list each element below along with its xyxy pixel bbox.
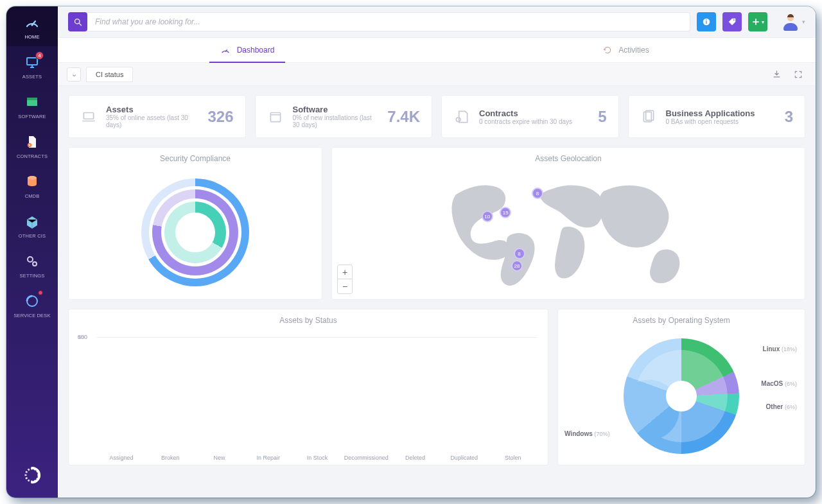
map-svg bbox=[340, 171, 797, 291]
plus-icon bbox=[751, 17, 760, 26]
card-subtitle: 35% of online assets (last 30 days) bbox=[106, 114, 198, 128]
document-icon bbox=[24, 134, 40, 150]
legend-windows: Windows (70%) bbox=[564, 430, 610, 437]
sidebar-item-cmdb[interactable]: CMDB bbox=[6, 166, 58, 205]
svg-point-8 bbox=[28, 257, 33, 262]
main: i ▾ ▾ Dashboard Activities ⌄ CI status bbox=[58, 6, 816, 498]
card-contracts[interactable]: Contracts0 contracts expire within 30 da… bbox=[441, 95, 619, 138]
svg-point-18 bbox=[456, 117, 460, 122]
download-button[interactable] bbox=[768, 67, 785, 82]
sidebar-item-label: SETTINGS bbox=[6, 273, 58, 279]
history-icon bbox=[603, 46, 612, 55]
sidebar-item-label: SOFTWARE bbox=[6, 114, 58, 119]
card-subtitle: 0 contracts expire within 30 days bbox=[479, 118, 589, 125]
panel-assets-by-os: Assets by Operating System Linux (18%) M… bbox=[557, 309, 805, 465]
pie-chart bbox=[624, 338, 739, 454]
kpi-cards: Assets35% of online assets (last 30 days… bbox=[68, 95, 805, 138]
sidebar-item-label: SERVICE DESK bbox=[6, 313, 58, 318]
card-title: Business Applications bbox=[666, 109, 776, 118]
expand-icon bbox=[794, 70, 803, 79]
svg-point-5 bbox=[29, 144, 30, 146]
panel-title: Assets Geolocation bbox=[332, 148, 805, 166]
gauge-icon bbox=[220, 45, 231, 55]
sidebar-item-other-cis[interactable]: OTHER CIs bbox=[6, 205, 58, 245]
sidebar-item-label: OTHER CIs bbox=[6, 233, 58, 239]
svg-rect-3 bbox=[27, 98, 37, 100]
documents-icon bbox=[640, 109, 657, 125]
card-value: 7.4K bbox=[387, 108, 420, 126]
laptop-icon bbox=[80, 109, 97, 125]
card-value: 326 bbox=[207, 108, 233, 126]
world-map[interactable]: 8 10 15 8 28 bbox=[340, 171, 797, 291]
download-icon bbox=[772, 69, 782, 79]
search-button[interactable] bbox=[68, 12, 87, 31]
badge-dot bbox=[38, 290, 43, 295]
avatar-icon bbox=[782, 13, 800, 31]
badge: 4 bbox=[35, 51, 44, 60]
search-wrap bbox=[68, 12, 690, 31]
search-input[interactable] bbox=[87, 12, 690, 31]
sidebar-item-contracts[interactable]: CONTRACTS bbox=[6, 126, 58, 166]
zoom-in-button[interactable]: + bbox=[338, 265, 352, 279]
add-button[interactable]: ▾ bbox=[748, 12, 767, 31]
svg-point-0 bbox=[31, 24, 33, 26]
box-icon bbox=[24, 214, 40, 229]
brand-icon bbox=[22, 465, 42, 485]
map-pin[interactable]: 28 bbox=[511, 260, 523, 272]
card-assets[interactable]: Assets35% of online assets (last 30 days… bbox=[68, 95, 246, 138]
svg-rect-16 bbox=[83, 112, 93, 119]
sidebar-item-home[interactable]: HOME bbox=[6, 6, 58, 46]
tab-dashboard[interactable]: Dashboard bbox=[58, 38, 437, 63]
package-icon bbox=[267, 109, 284, 125]
tab-activities[interactable]: Activities bbox=[437, 38, 816, 63]
sidebar-item-settings[interactable]: SETTINGS bbox=[6, 245, 58, 285]
map-pin[interactable]: 8 bbox=[514, 248, 525, 259]
map-pin[interactable]: 10 bbox=[482, 211, 493, 222]
info-button[interactable]: i bbox=[697, 12, 716, 31]
tag-button[interactable] bbox=[722, 12, 742, 31]
subbar: ⌄ CI status bbox=[58, 63, 816, 86]
svg-rect-1 bbox=[27, 58, 37, 65]
sidebar-item-assets[interactable]: 4 ASSETS bbox=[6, 46, 58, 86]
minus-icon: − bbox=[342, 281, 347, 291]
tabs: Dashboard Activities bbox=[58, 37, 816, 63]
legend-other: Other (6%) bbox=[766, 403, 797, 410]
panel-geolocation: Assets Geolocation bbox=[331, 147, 805, 300]
chevron-down-icon: ⌄ bbox=[71, 70, 77, 78]
card-software[interactable]: Software0% of new installations (last 30… bbox=[255, 95, 433, 138]
card-title: Software bbox=[293, 105, 379, 114]
svg-point-9 bbox=[33, 262, 37, 266]
view-chip[interactable]: CI status bbox=[86, 67, 133, 82]
sidebar-item-software[interactable]: SOFTWARE bbox=[6, 86, 58, 126]
legend-linux: Linux (18%) bbox=[763, 345, 797, 352]
panel-assets-by-status: Assets by Status 050100150 1691063562 As… bbox=[68, 309, 548, 465]
tab-label: Dashboard bbox=[237, 46, 275, 55]
card-title: Assets bbox=[106, 105, 198, 114]
user-menu[interactable]: ▾ bbox=[774, 13, 805, 31]
legend-macos: MacOS (6%) bbox=[761, 380, 797, 387]
card-subtitle: 0% of new installations (last 30 days) bbox=[293, 114, 379, 128]
chevron-down-icon: ▾ bbox=[802, 19, 805, 25]
card-business-apps[interactable]: Business Applications0 BAs with open req… bbox=[628, 95, 806, 138]
window-icon bbox=[24, 94, 40, 110]
panel-title: Assets by Status bbox=[69, 309, 548, 327]
collapse-button[interactable]: ⌄ bbox=[67, 67, 81, 82]
fullscreen-button[interactable] bbox=[790, 67, 807, 82]
sidebar-item-servicedesk[interactable]: SERVICE DESK bbox=[6, 285, 58, 325]
sidebar-item-label: CONTRACTS bbox=[6, 153, 58, 159]
card-value: 3 bbox=[785, 108, 793, 126]
chip-label: CI status bbox=[96, 71, 123, 78]
svg-point-12 bbox=[74, 19, 80, 24]
zoom-out-button[interactable]: − bbox=[338, 279, 352, 293]
svg-text:i: i bbox=[706, 19, 707, 25]
card-value: 5 bbox=[598, 108, 606, 126]
sidebar: HOME 4 ASSETS SOFTWARE CONTRACTS CMDB OT… bbox=[6, 6, 58, 498]
svg-point-7 bbox=[28, 176, 37, 180]
tag-icon bbox=[728, 17, 737, 26]
panel-title: Security Compliance bbox=[69, 148, 322, 166]
contract-icon bbox=[453, 109, 470, 125]
content: Assets35% of online assets (last 30 days… bbox=[58, 86, 816, 498]
sidebar-item-label: CMDB bbox=[6, 193, 58, 199]
topbar: i ▾ ▾ bbox=[58, 6, 816, 37]
gauge-icon bbox=[24, 15, 40, 30]
